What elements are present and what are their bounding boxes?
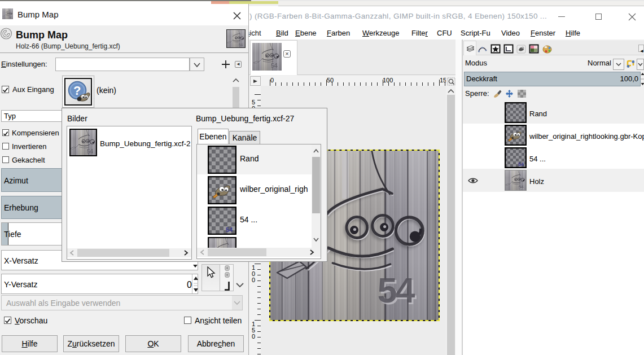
svg-text:?: ? xyxy=(73,84,81,98)
svg-text:54: 54 xyxy=(226,226,233,233)
svg-text:54: 54 xyxy=(518,161,524,167)
